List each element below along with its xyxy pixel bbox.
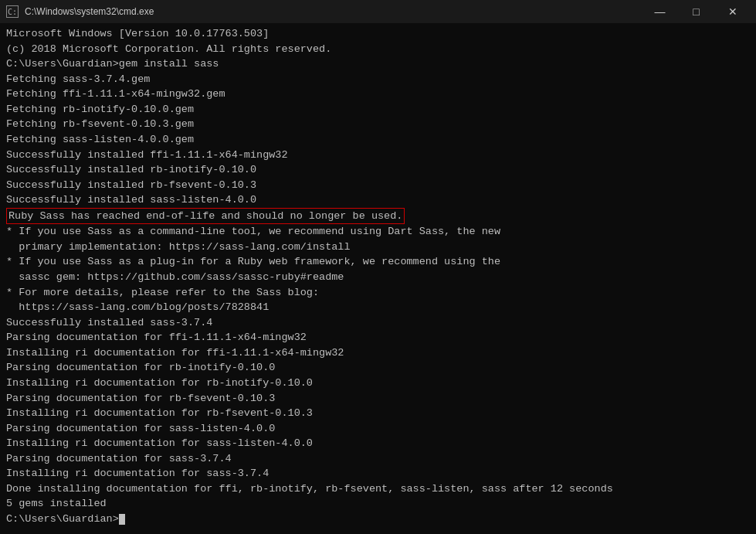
console-line: Fetching rb-inotify-0.10.0.gem (6, 102, 750, 117)
console-line: Fetching rb-fsevent-0.10.3.gem (6, 117, 750, 132)
cmd-icon: C: (6, 5, 19, 18)
console-line: Installing ri documentation for rb-inoti… (6, 376, 750, 391)
console-line: sassc gem: https://github.com/sass/sassc… (6, 270, 750, 285)
console-line: (c) 2018 Microsoft Corporation. All righ… (6, 42, 750, 57)
console-line: * If you use Sass as a command-line tool… (6, 224, 750, 240)
cmd-window: C: C:\Windows\system32\cmd.exe — □ ✕ Mic… (0, 0, 756, 534)
console-line: Installing ri documentation for ffi-1.11… (6, 345, 750, 361)
window-title: C:\Windows\system32\cmd.exe (25, 6, 154, 17)
title-bar: C: C:\Windows\system32\cmd.exe — □ ✕ (0, 0, 756, 23)
console-line: Parsing documentation for rb-fsevent-0.1… (6, 391, 750, 406)
console-line: https://sass-lang.com/blog/posts/7828841 (6, 300, 750, 315)
console-line: Ruby Sass has reached end-of-life and sh… (6, 208, 750, 225)
window-controls: — □ ✕ (642, 0, 750, 23)
console-line: 5 gems installed (6, 496, 750, 512)
console-line: Parsing documentation for sass-3.7.4 (6, 451, 750, 467)
console-line: primary implementation: https://sass-lan… (6, 240, 750, 255)
console-line: Fetching sass-listen-4.0.0.gem (6, 132, 750, 148)
title-bar-left: C: C:\Windows\system32\cmd.exe (6, 5, 154, 18)
console-line: Successfully installed sass-listen-4.0.0 (6, 192, 750, 208)
console-line: Microsoft Windows [Version 10.0.17763.50… (6, 26, 750, 42)
warning-text: Ruby Sass has reached end-of-life and sh… (6, 208, 405, 225)
console-line: Successfully installed sass-3.7.4 (6, 315, 750, 331)
console-line: Successfully installed rb-fsevent-0.10.3 (6, 178, 750, 193)
svg-text:C:: C: (8, 8, 17, 16)
console-line: * If you use Sass as a plug-in for a Rub… (6, 254, 750, 270)
console-line: Done installing documentation for ffi, r… (6, 481, 750, 497)
console-line: Installing ri documentation for sass-3.7… (6, 466, 750, 481)
maximize-button[interactable]: □ (679, 0, 714, 23)
console-line: Parsing documentation for sass-listen-4.… (6, 421, 750, 437)
console-line: * For more details, please refer to the … (6, 285, 750, 301)
console-line: Successfully installed rb-inotify-0.10.0 (6, 162, 750, 178)
console-line: Fetching ffi-1.11.1-x64-mingw32.gem (6, 87, 750, 102)
console-output: Microsoft Windows [Version 10.0.17763.50… (0, 23, 756, 534)
minimize-button[interactable]: — (642, 0, 677, 23)
console-line: C:\Users\Guardian> (6, 512, 750, 527)
console-line: Successfully installed ffi-1.11.1-x64-mi… (6, 148, 750, 163)
console-line: Installing ri documentation for sass-lis… (6, 436, 750, 451)
console-line: C:\Users\Guardian>gem install sass (6, 56, 750, 72)
console-line: Fetching sass-3.7.4.gem (6, 72, 750, 87)
close-button[interactable]: ✕ (715, 0, 750, 23)
console-line: Installing ri documentation for rb-fseve… (6, 406, 750, 421)
console-line: Parsing documentation for rb-inotify-0.1… (6, 360, 750, 376)
cursor-blink (119, 514, 125, 525)
console-line: Parsing documentation for ffi-1.11.1-x64… (6, 330, 750, 345)
